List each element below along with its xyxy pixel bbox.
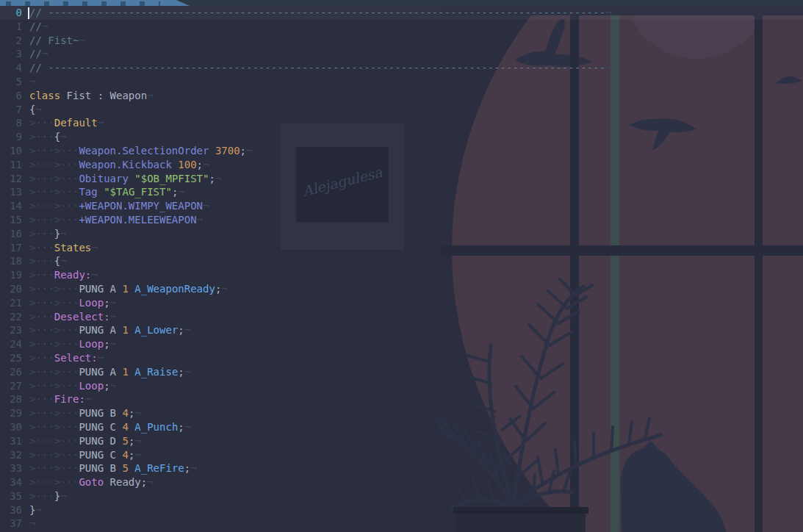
line-number: 0 — [0, 6, 22, 20]
code-text: >···>···Obituary "$OB_MPFIST";¬ — [29, 172, 221, 186]
code-line[interactable]: 28>···Fire:¬ — [0, 392, 803, 406]
code-line[interactable]: 31>···>···PUNG D 5;¬ — [0, 434, 803, 448]
code-line[interactable]: 2// Fist~¬ — [0, 34, 803, 48]
code-text: }¬ — [29, 503, 42, 517]
line-number: 31 — [0, 434, 22, 448]
code-line[interactable]: 24>···>···Loop;¬ — [0, 337, 803, 351]
line-number: 21 — [0, 296, 22, 310]
line-number: 14 — [0, 199, 22, 213]
code-area[interactable]: 0// ------------------------------------… — [0, 6, 803, 531]
code-line[interactable]: 4// ------------------------------------… — [0, 61, 803, 75]
line-number: 15 — [0, 213, 22, 227]
code-text: >···>···Weapon.SelectionOrder 3700;¬ — [29, 144, 252, 158]
code-line[interactable]: 20>···>···PUNG A 1 A_WeaponReady;¬ — [0, 282, 803, 296]
code-text: >···}¬ — [29, 227, 67, 241]
terminal-tab[interactable] — [0, 0, 190, 6]
code-line[interactable]: 14>···>···+WEAPON.WIMPY_WEAPON¬ — [0, 199, 803, 213]
line-number: 23 — [0, 323, 22, 337]
code-line[interactable]: 15>···>···+WEAPON.MELEEWEAPON¬ — [0, 213, 803, 227]
code-line[interactable]: 17>···States¬ — [0, 241, 803, 255]
line-number: 32 — [0, 448, 22, 462]
code-text: // -------------------------------------… — [29, 6, 611, 20]
code-line[interactable]: 7{¬ — [0, 103, 803, 117]
code-text: >···>···PUNG A 1 A_Raise;¬ — [29, 365, 190, 379]
code-line[interactable]: 22>···Deselect:¬ — [0, 310, 803, 324]
line-number: 26 — [0, 365, 22, 379]
code-line[interactable]: 30>···>···PUNG C 4 A_Punch;¬ — [0, 420, 803, 434]
code-line[interactable]: 6class Fist : Weapon¬ — [0, 89, 803, 103]
code-line[interactable]: 18>···{¬ — [0, 254, 803, 268]
code-line[interactable]: 16>···}¬ — [0, 227, 803, 241]
line-number: 33 — [0, 461, 22, 475]
line-number: 27 — [0, 379, 22, 393]
code-text: class Fist : Weapon¬ — [29, 89, 154, 103]
code-line[interactable]: 25>···Select:¬ — [0, 351, 803, 365]
terminal-tab-bar — [0, 0, 803, 6]
line-number: 11 — [0, 158, 22, 172]
code-text: >···Fire:¬ — [29, 392, 91, 406]
line-number: 22 — [0, 310, 22, 324]
code-line[interactable]: 33>···>···PUNG B 5 A_ReFire;¬ — [0, 461, 803, 475]
code-line[interactable]: 13>···>···Tag "$TAG_FIST";¬ — [0, 185, 803, 199]
line-number: 28 — [0, 392, 22, 406]
code-text: ¬ — [29, 75, 35, 89]
line-number: 30 — [0, 420, 22, 434]
code-text: >···>···Loop;¬ — [29, 337, 116, 351]
code-text: >···>···Tag "$TAG_FIST";¬ — [29, 185, 184, 199]
code-line[interactable]: 3//¬ — [0, 47, 803, 61]
line-number: 6 — [0, 89, 22, 103]
line-number: 1 — [0, 20, 22, 34]
code-text: >···>···PUNG D 5;¬ — [29, 434, 141, 448]
line-number: 35 — [0, 489, 22, 503]
code-line[interactable]: 23>···>···PUNG A 1 A_Lower;¬ — [0, 323, 803, 337]
code-line[interactable]: 11>···>···Weapon.Kickback 100;¬ — [0, 158, 803, 172]
code-text: //¬ — [29, 20, 48, 34]
line-number: 4 — [0, 61, 22, 75]
code-line[interactable]: 8>···Default¬ — [0, 116, 803, 130]
code-text: >···}¬ — [29, 489, 67, 503]
code-text: >···States¬ — [29, 241, 98, 255]
code-text: >···>···Weapon.Kickback 100;¬ — [29, 158, 209, 172]
code-text: >···>···PUNG B 5 A_ReFire;¬ — [29, 461, 197, 475]
line-number: 20 — [0, 282, 22, 296]
code-text: >···Deselect:¬ — [29, 310, 116, 324]
code-line[interactable]: 19>···Ready:¬ — [0, 268, 803, 282]
code-text: >···>···PUNG A 1 A_WeaponReady;¬ — [29, 282, 228, 296]
code-text: >···>···+WEAPON.WIMPY_WEAPON¬ — [29, 199, 209, 213]
code-line[interactable]: 27>···>···Loop;¬ — [0, 379, 803, 393]
code-line[interactable]: 12>···>···Obituary "$OB_MPFIST";¬ — [0, 172, 803, 186]
code-text: >···Default¬ — [29, 116, 104, 130]
code-text: ¬ — [29, 517, 35, 531]
line-number: 10 — [0, 144, 22, 158]
code-text: >···>···PUNG C 4;¬ — [29, 448, 141, 462]
line-number: 18 — [0, 254, 22, 268]
code-line[interactable]: 35>···}¬ — [0, 489, 803, 503]
line-number: 8 — [0, 116, 22, 130]
code-line[interactable]: 37¬ — [0, 517, 803, 531]
code-line[interactable]: 10>···>···Weapon.SelectionOrder 3700;¬ — [0, 144, 803, 158]
code-text: >···{¬ — [29, 254, 67, 268]
code-line[interactable]: 29>···>···PUNG B 4;¬ — [0, 406, 803, 420]
line-number: 25 — [0, 351, 22, 365]
code-text: >···>···PUNG C 4 A_Punch;¬ — [29, 420, 190, 434]
line-number: 12 — [0, 172, 22, 186]
line-number: 16 — [0, 227, 22, 241]
code-text: >···Ready:¬ — [29, 268, 98, 282]
code-text: >···>···Goto Ready;¬ — [29, 475, 154, 489]
code-line[interactable]: 32>···>···PUNG C 4;¬ — [0, 448, 803, 462]
code-line[interactable]: 26>···>···PUNG A 1 A_Raise;¬ — [0, 365, 803, 379]
code-line[interactable]: 34>···>···Goto Ready;¬ — [0, 475, 803, 489]
code-text: >···>···+WEAPON.MELEEWEAPON¬ — [29, 213, 203, 227]
code-line[interactable]: 9>···{¬ — [0, 130, 803, 144]
code-text: >···>···Loop;¬ — [29, 379, 116, 393]
code-line[interactable]: 0// ------------------------------------… — [0, 6, 803, 20]
text-cursor — [28, 7, 29, 19]
code-line[interactable]: 21>···>···Loop;¬ — [0, 296, 803, 310]
code-line[interactable]: 1//¬ — [0, 20, 803, 34]
code-line[interactable]: 36}¬ — [0, 503, 803, 517]
code-line[interactable]: 5¬ — [0, 75, 803, 89]
terminal-window: Alejagulesa 0// ------------------------… — [0, 0, 803, 532]
code-text: >···>···PUNG B 4;¬ — [29, 406, 141, 420]
line-number: 19 — [0, 268, 22, 282]
code-text: // -------------------------------------… — [29, 61, 611, 75]
